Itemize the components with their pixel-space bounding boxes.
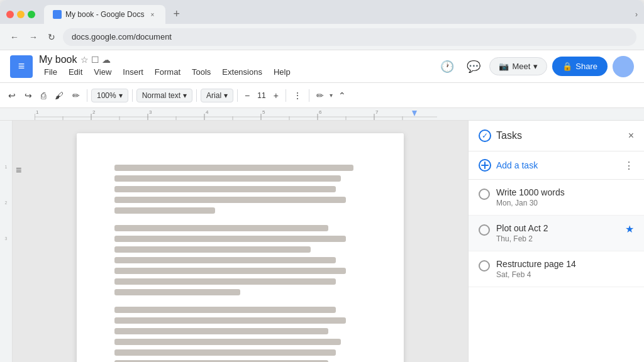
text-line [114, 257, 336, 263]
paragraph-1 [114, 165, 366, 214]
user-avatar[interactable] [613, 56, 634, 77]
font-chevron-icon: ▾ [224, 91, 228, 100]
task-2-checkbox[interactable] [479, 224, 490, 236]
document-scroll-area[interactable]: ≡ [13, 121, 468, 362]
tasks-header: ✓ Tasks × [469, 121, 644, 151]
tasks-close-button[interactable]: × [628, 130, 634, 141]
active-tab[interactable]: My book - Google Docs × [44, 5, 165, 24]
separator-4 [237, 89, 238, 102]
menu-file[interactable]: File [39, 65, 62, 79]
task-1-date: Mon, Jan 30 [496, 199, 634, 207]
menu-tools[interactable]: Tools [187, 65, 216, 79]
tab-title: My book - Google Docs [65, 10, 144, 19]
add-task-more-icon[interactable]: ⋮ [624, 160, 634, 172]
meet-button[interactable]: 📷 Meet ▾ [489, 57, 547, 75]
folder-icon[interactable]: ☐ [91, 55, 99, 65]
text-line [114, 236, 346, 242]
cloud-icon[interactable]: ☁ [102, 55, 111, 65]
task-3-name: Restructure page 14 [496, 259, 634, 269]
paint-format-button[interactable]: 🖌 [52, 88, 67, 103]
menu-insert[interactable]: Insert [118, 65, 148, 79]
text-line [114, 207, 215, 214]
chat-button[interactable]: 💬 [463, 56, 484, 77]
menu-extensions[interactable]: Extensions [217, 65, 267, 79]
docs-tab-icon [53, 10, 62, 19]
meet-chevron-icon: ▾ [533, 62, 538, 71]
add-task-icon [479, 159, 491, 172]
vertical-ruler: 1 2 3 [0, 121, 13, 362]
separator-1 [87, 89, 87, 102]
star-icon[interactable]: ☆ [80, 55, 89, 65]
forward-button[interactable]: → [26, 31, 40, 43]
task-1-checkbox[interactable] [479, 189, 490, 200]
zoom-selector[interactable]: 100% ▾ [91, 89, 128, 102]
print-button[interactable]: ⎙ [38, 88, 49, 103]
redo-button[interactable]: ↪ [21, 88, 35, 103]
svg-text:5: 5 [262, 109, 265, 115]
share-button[interactable]: 🔒 Share [552, 57, 608, 76]
camera-icon: 📷 [499, 62, 509, 71]
text-line [114, 197, 346, 203]
zoom-value: 100% [97, 91, 116, 100]
menu-help[interactable]: Help [269, 65, 296, 79]
menu-format[interactable]: Format [150, 65, 186, 79]
back-button[interactable]: ← [8, 31, 21, 43]
address-input[interactable] [63, 28, 636, 46]
tasks-title: ✓ Tasks [479, 129, 628, 142]
task-2-date: Thu, Feb 2 [496, 234, 619, 243]
font-value: Arial [206, 91, 221, 100]
paragraph-2 [114, 225, 366, 295]
decrease-font-size-button[interactable]: − [242, 89, 253, 102]
font-size-value[interactable]: 11 [254, 90, 269, 101]
undo-button[interactable]: ↩ [5, 88, 19, 103]
pen-tool-button[interactable]: ✏ [313, 88, 327, 103]
svg-text:2: 2 [92, 109, 96, 115]
tab-close-button[interactable]: × [148, 10, 157, 19]
separator-3 [196, 89, 197, 102]
new-tab-button[interactable]: + [169, 8, 184, 21]
style-chevron-icon: ▾ [183, 91, 187, 100]
pen-chevron-icon[interactable]: ▾ [330, 92, 333, 99]
separator-6 [309, 89, 309, 102]
separator-5 [286, 89, 286, 102]
maximize-window-button[interactable] [28, 11, 35, 18]
document-page: ≡ [77, 133, 404, 362]
version-history-button[interactable]: 🕐 [436, 56, 458, 77]
task-2-star-icon[interactable]: ★ [625, 223, 634, 235]
increase-font-size-button[interactable]: + [270, 89, 282, 102]
ruler-mark-2: 2 [5, 200, 8, 205]
minimize-window-button[interactable] [17, 11, 25, 18]
font-selector[interactable]: Arial ▾ [201, 89, 233, 102]
spell-check-button[interactable]: ✏ [69, 88, 83, 103]
task-3-date: Sat, Feb 4 [496, 270, 634, 279]
task-3-checkbox[interactable] [479, 260, 490, 272]
close-window-button[interactable] [6, 11, 14, 18]
paragraph-style-value: Normal text [142, 91, 180, 100]
main-area: 1 2 3 ≡ [0, 121, 644, 362]
add-task-row[interactable]: Add a task ⋮ [469, 151, 644, 180]
text-line [114, 317, 346, 324]
more-options-button[interactable]: ⋮ [290, 88, 305, 103]
collapse-toolbar-button[interactable]: ⌃ [335, 88, 349, 103]
separator-2 [132, 89, 133, 102]
app-header: ≡ My book ☆ ☐ ☁ File Edit View Insert Fo… [0, 50, 644, 83]
task-2-content: Plot out Act 2 Thu, Feb 2 [496, 223, 619, 243]
svg-text:7: 7 [375, 109, 379, 115]
svg-text:6: 6 [319, 109, 322, 115]
menu-edit[interactable]: Edit [64, 65, 87, 79]
text-line [114, 339, 341, 345]
paragraph-style-selector[interactable]: Normal text ▾ [136, 89, 192, 102]
text-line [114, 246, 311, 253]
menu-view[interactable]: View [89, 65, 116, 79]
menu-bar: File Edit View Insert Format Tools Exten… [39, 65, 296, 79]
text-line [114, 165, 353, 171]
ruler-mark-3: 3 [5, 236, 8, 241]
tasks-panel: ✓ Tasks × Add a task ⋮ Write 1000 words … [468, 121, 644, 362]
text-line [114, 225, 328, 231]
doc-title-icons: ☆ ☐ ☁ [80, 55, 111, 65]
ruler-mark-1: 1 [5, 165, 8, 169]
reload-button[interactable]: ↻ [45, 31, 58, 43]
header-right: 🕐 💬 📷 Meet ▾ 🔒 Share [436, 56, 634, 77]
ruler-svg: 1 2 3 4 5 6 7 [35, 108, 437, 120]
task-item-1: Write 1000 words Mon, Jan 30 [469, 180, 644, 216]
